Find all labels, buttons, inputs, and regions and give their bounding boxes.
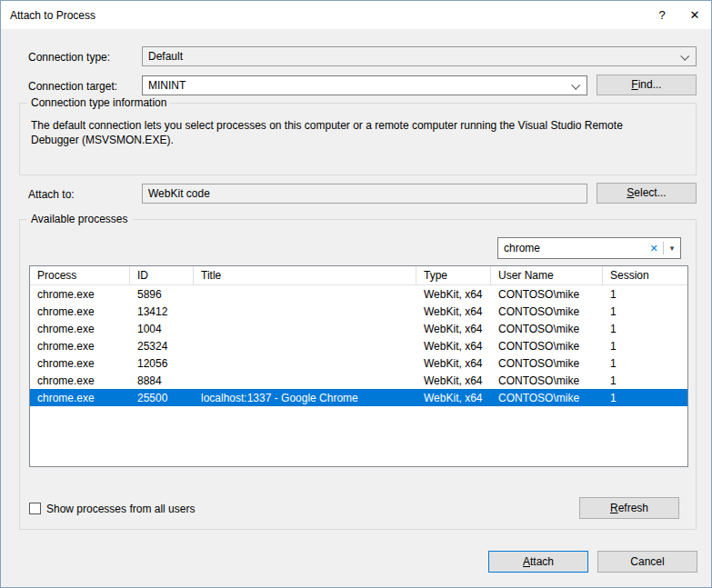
search-dropdown-icon[interactable]: ▾ (664, 244, 680, 253)
available-processes-group-label: Available processes (27, 213, 132, 225)
chevron-down-icon (680, 52, 689, 61)
cell-process: chrome.exe (30, 357, 130, 370)
process-search-box: ✕ ▾ (497, 237, 681, 259)
cell-user-name: CONTOSO\mike (491, 374, 603, 387)
connection-target-label: Connection target: (28, 80, 117, 93)
close-button[interactable]: ✕ (678, 1, 711, 29)
show-all-users-label: Show processes from all users (46, 503, 195, 515)
cell-session: 1 (603, 305, 687, 318)
attach-to-value: WebKit code (148, 187, 210, 200)
cell-session: 1 (603, 340, 687, 353)
cell-id: 8884 (130, 374, 194, 387)
table-row[interactable]: chrome.exe 25500 localhost:1337 - Google… (30, 389, 687, 406)
cell-id: 25324 (130, 340, 194, 353)
connection-type-value: Default (148, 50, 183, 63)
table-header: Process ID Title Type User Name Session (30, 266, 687, 285)
column-header-id[interactable]: ID (130, 266, 194, 284)
table-row[interactable]: chrome.exe 12056 WebKit, x64 CONTOSO\mik… (30, 354, 687, 372)
window-title: Attach to Process (10, 9, 646, 22)
cell-process: chrome.exe (30, 305, 130, 318)
cell-process: chrome.exe (30, 392, 130, 404)
cell-user-name: CONTOSO\mike (491, 305, 603, 318)
attach-to-field[interactable]: WebKit code (142, 184, 587, 204)
cell-type: WebKit, x64 (416, 340, 491, 353)
cell-user-name: CONTOSO\mike (491, 392, 603, 404)
table-row[interactable]: chrome.exe 13412 WebKit, x64 CONTOSO\mik… (30, 303, 687, 320)
process-table: Process ID Title Type User Name Session … (29, 265, 688, 467)
column-header-user-name[interactable]: User Name (491, 266, 603, 284)
attach-to-label: Attach to: (28, 188, 75, 201)
cell-session: 1 (603, 357, 687, 370)
table-body: chrome.exe 5896 WebKit, x64 CONTOSO\mike… (30, 285, 687, 406)
table-row[interactable]: chrome.exe 8884 WebKit, x64 CONTOSO\mike… (30, 372, 687, 389)
cell-type: WebKit, x64 (416, 323, 491, 335)
connection-info-group-label: Connection type information (27, 96, 170, 109)
table-row[interactable]: chrome.exe 5896 WebKit, x64 CONTOSO\mike… (30, 285, 687, 303)
cell-session: 1 (603, 392, 687, 404)
connection-target-combo[interactable]: MININT (142, 75, 587, 95)
cell-session: 1 (603, 374, 687, 387)
attach-button[interactable]: Attach (488, 551, 588, 573)
find-button[interactable]: Find... (597, 75, 697, 95)
cell-process: chrome.exe (30, 374, 130, 387)
cell-type: WebKit, x64 (416, 357, 491, 370)
table-row[interactable]: chrome.exe 1004 WebKit, x64 CONTOSO\mike… (30, 320, 687, 337)
cell-process: chrome.exe (30, 323, 130, 335)
cell-type: WebKit, x64 (416, 305, 491, 318)
cell-process: chrome.exe (30, 340, 130, 353)
help-button[interactable]: ? (646, 1, 678, 29)
connection-info-group: Connection type information The default … (19, 103, 697, 175)
cell-process: chrome.exe (30, 288, 130, 301)
process-search-input[interactable] (498, 238, 645, 258)
connection-target-value: MININT (148, 79, 186, 92)
connection-info-text: The default connection lets you select p… (20, 104, 696, 147)
connection-type-label: Connection type: (28, 51, 110, 64)
cell-id: 1004 (130, 323, 194, 335)
connection-type-combo[interactable]: Default (142, 46, 697, 66)
cell-id: 5896 (130, 288, 194, 301)
column-header-title[interactable]: Title (194, 266, 416, 284)
cancel-button[interactable]: Cancel (597, 551, 697, 573)
cell-id: 12056 (130, 357, 194, 370)
column-header-process[interactable]: Process (30, 266, 130, 284)
cell-session: 1 (603, 288, 687, 301)
cell-type: WebKit, x64 (416, 288, 491, 301)
cell-title: localhost:1337 - Google Chrome (194, 392, 416, 404)
select-button[interactable]: Select... (597, 183, 697, 204)
clear-search-icon[interactable]: ✕ (645, 243, 663, 254)
titlebar: Attach to Process ? ✕ (1, 1, 711, 29)
cell-user-name: CONTOSO\mike (491, 323, 603, 335)
cell-session: 1 (603, 323, 687, 335)
cell-user-name: CONTOSO\mike (491, 340, 603, 353)
cell-type: WebKit, x64 (416, 374, 491, 387)
refresh-button[interactable]: Refresh (579, 497, 679, 519)
table-row[interactable]: chrome.exe 25324 WebKit, x64 CONTOSO\mik… (30, 337, 687, 354)
chevron-down-icon (571, 81, 580, 90)
cell-type: WebKit, x64 (416, 392, 491, 404)
show-all-users-checkbox[interactable] (29, 503, 41, 514)
cell-id: 25500 (130, 392, 194, 404)
column-header-session[interactable]: Session (603, 266, 687, 284)
cell-user-name: CONTOSO\mike (491, 288, 603, 301)
cell-user-name: CONTOSO\mike (491, 357, 603, 370)
cell-id: 13412 (130, 305, 194, 318)
column-header-type[interactable]: Type (416, 266, 491, 284)
available-processes-group: Available processes ✕ ▾ Process ID Title… (19, 219, 697, 530)
attach-to-process-dialog: Attach to Process ? ✕ Connection type: D… (0, 0, 712, 588)
